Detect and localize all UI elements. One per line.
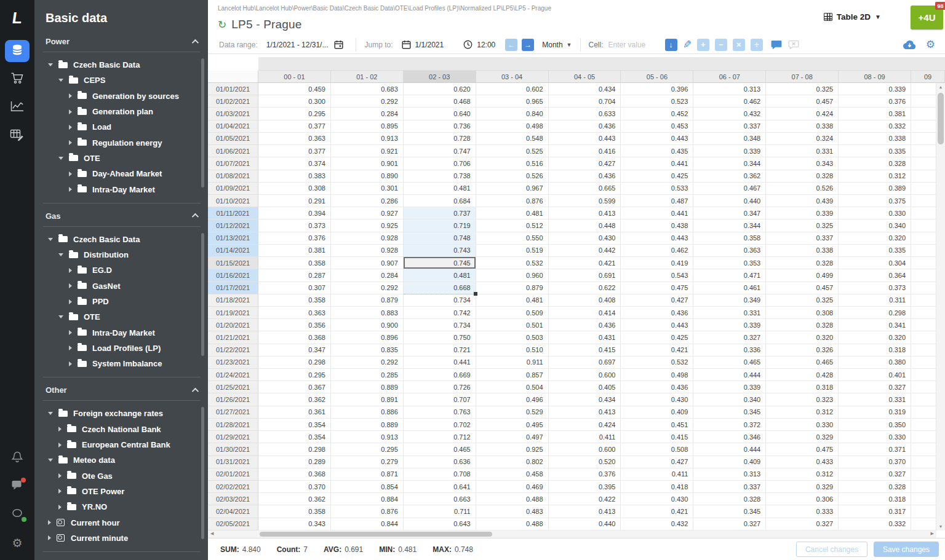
table-cell[interactable]: 0.324 (766, 133, 839, 145)
table-cell[interactable]: 0.444 (693, 443, 766, 455)
table-cell[interactable]: 0.421 (621, 505, 693, 518)
calendar-icon[interactable] (334, 40, 343, 49)
row-label[interactable]: 01/16/2021 (208, 269, 258, 282)
table-cell[interactable]: 0.871 (331, 468, 404, 481)
table-cell[interactable]: 0.452 (621, 108, 693, 120)
table-cell[interactable]: 0.434 (549, 393, 621, 406)
table-cell[interactable]: 0.300 (258, 95, 331, 108)
table-cell[interactable]: 0.326 (766, 344, 839, 357)
table-cell[interactable]: 0.434 (549, 83, 621, 95)
table-cell[interactable]: 0.643 (404, 518, 476, 530)
table-cell[interactable]: 0.465 (404, 443, 476, 455)
table-cell[interactable]: 0.338 (766, 120, 839, 133)
table-cell[interactable]: 0.487 (621, 195, 693, 207)
table-cell[interactable]: 0.475 (766, 443, 839, 455)
table-cell[interactable]: 0.327 (693, 331, 766, 344)
clock-icon[interactable] (463, 40, 472, 49)
table-cell[interactable]: 0.913 (331, 431, 404, 443)
table-cell[interactable]: 0.481 (476, 207, 549, 219)
section-header-gas[interactable]: Gas (43, 203, 201, 227)
add-op-button[interactable]: + (697, 39, 709, 51)
tree-item-day-ahead-market[interactable]: Day-Ahead Market (43, 166, 201, 181)
table-cell[interactable]: 0.835 (331, 344, 404, 357)
row-label[interactable]: 01/27/2021 (208, 406, 258, 419)
table-cell[interactable]: 0.600 (549, 369, 621, 381)
table-cell[interactable]: 0.337 (766, 232, 839, 245)
table-cell[interactable]: 0.415 (549, 344, 621, 357)
table-cell[interactable]: 0.622 (549, 282, 621, 294)
tree-item-czech-basic-data[interactable]: Czech Basic Data (43, 57, 201, 73)
multiply-op-button[interactable]: × (733, 39, 745, 51)
table-cell[interactable]: 0.471 (693, 269, 766, 282)
promo-button[interactable]: +4U 98 (911, 6, 943, 30)
table-cell[interactable]: 0.320 (766, 331, 839, 344)
table-cell[interactable]: 0.339 (766, 207, 839, 219)
row-label[interactable]: 01/28/2021 (208, 419, 258, 431)
column-header-partial[interactable]: 09 (911, 71, 945, 83)
caret-down-icon[interactable] (58, 79, 63, 82)
table-cell[interactable]: 0.736 (404, 120, 476, 133)
row-label[interactable]: 01/20/2021 (208, 319, 258, 331)
table-cell[interactable]: 0.728 (404, 133, 476, 145)
table-cell[interactable]: 0.668 (404, 282, 476, 294)
table-cell[interactable]: 0.441 (404, 357, 476, 369)
tree-item-current-minute[interactable]: Current minute (43, 530, 201, 546)
table-cell[interactable]: 0.327 (839, 468, 911, 481)
table-cell[interactable]: 0.854 (331, 481, 404, 493)
table-cell[interactable]: 0.461 (693, 282, 766, 294)
column-header-03-04[interactable]: 03 - 04 (476, 71, 549, 83)
table-cell[interactable]: 0.358 (258, 294, 331, 307)
table-cell[interactable]: 0.432 (693, 108, 766, 120)
table-cell[interactable]: 0.298 (258, 357, 331, 369)
table-cell[interactable]: 0.516 (476, 157, 549, 170)
row-label[interactable]: 01/18/2021 (208, 294, 258, 307)
table-cell[interactable]: 0.279 (331, 456, 404, 468)
table-cell[interactable]: 0.363 (693, 245, 766, 257)
table-cell[interactable]: 0.364 (839, 269, 911, 282)
row-label[interactable]: 01/06/2021 (208, 145, 258, 157)
table-cell[interactable]: 0.335 (839, 145, 911, 157)
table-cell[interactable]: 0.312 (766, 406, 839, 419)
row-label[interactable]: 01/07/2021 (208, 157, 258, 170)
table-cell[interactable]: 0.354 (258, 419, 331, 431)
nav-datasets-button[interactable] (5, 40, 30, 62)
table-cell[interactable]: 0.381 (839, 108, 911, 120)
table-cell[interactable]: 0.891 (331, 393, 404, 406)
table-cell[interactable]: 0.427 (621, 294, 693, 307)
table-cell[interactable]: 0.430 (549, 232, 621, 245)
table-cell[interactable]: 0.640 (404, 108, 476, 120)
table-cell[interactable]: 0.520 (549, 456, 621, 468)
table-cell[interactable]: 0.368 (258, 468, 331, 481)
table-cell[interactable]: 0.358 (258, 505, 331, 518)
caret-down-icon[interactable] (58, 253, 63, 256)
tree-item-ote-power[interactable]: OTE Power (43, 484, 201, 499)
caret-down-icon[interactable] (48, 412, 53, 415)
table-cell[interactable]: 0.896 (331, 331, 404, 344)
caret-right-icon[interactable] (58, 489, 62, 494)
table-cell[interactable]: 0.389 (839, 183, 911, 195)
table-cell[interactable]: 0.331 (839, 393, 911, 406)
row-label[interactable]: 01/04/2021 (208, 120, 258, 133)
table-cell[interactable]: 0.889 (331, 419, 404, 431)
table-cell[interactable]: 0.704 (549, 95, 621, 108)
table-cell[interactable]: 0.532 (476, 257, 549, 269)
table-cell[interactable]: 0.375 (839, 195, 911, 207)
table-cell[interactable]: 0.721 (404, 344, 476, 357)
table-cell[interactable]: 0.436 (621, 381, 693, 393)
table-cell[interactable]: 0.340 (693, 393, 766, 406)
caret-right-icon[interactable] (48, 520, 51, 525)
table-cell[interactable]: 0.857 (476, 369, 549, 381)
table-cell[interactable]: 0.499 (766, 269, 839, 282)
tree-item-ceps[interactable]: CEPS (43, 73, 201, 88)
table-cell[interactable]: 0.665 (549, 183, 621, 195)
table-cell[interactable]: 0.358 (258, 257, 331, 269)
step-unit-select[interactable]: Month ▼ (542, 41, 572, 49)
table-cell[interactable]: 0.900 (331, 319, 404, 331)
tree-item-regulation-energy[interactable]: Regulation energy (43, 135, 201, 150)
caret-down-icon[interactable] (58, 315, 63, 318)
table-cell[interactable]: 0.333 (766, 505, 839, 518)
table-cell[interactable]: 0.734 (404, 319, 476, 331)
table-cell[interactable]: 0.331 (766, 145, 839, 157)
column-header-00-01[interactable]: 00 - 01 (258, 71, 331, 83)
subtract-op-button[interactable]: − (715, 39, 727, 51)
